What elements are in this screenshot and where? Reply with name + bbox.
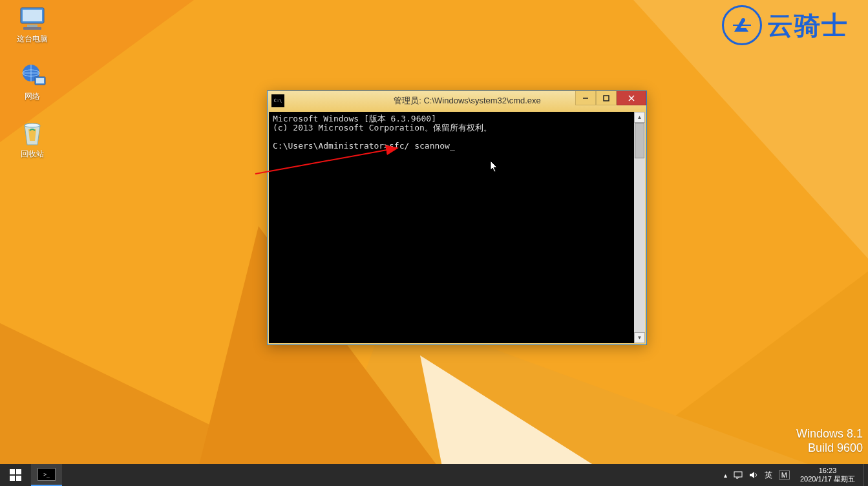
brand-text: 云骑士 (767, 8, 849, 43)
cmd-prompt: C:\Users\Administrator> (273, 141, 389, 151)
cmd-command: sfc/ scannow (389, 141, 450, 151)
show-desktop-button[interactable] (863, 464, 868, 486)
svg-rect-11 (23, 27, 41, 30)
cmd-app-icon (271, 94, 284, 107)
window-controls (575, 91, 646, 105)
close-button[interactable] (617, 91, 646, 105)
scroll-down-button[interactable]: ▼ (634, 332, 645, 343)
minimize-button[interactable] (575, 91, 596, 105)
svg-rect-24 (10, 469, 15, 474)
cmd-line: Microsoft Windows [版本 6.3.9600] (273, 114, 436, 123)
svg-rect-27 (16, 476, 21, 481)
cmd-window[interactable]: 管理员: C:\Windows\system32\cmd.exe Microso… (267, 90, 647, 345)
scroll-track[interactable] (634, 123, 645, 332)
watermark-line1: Windows 8.1 (796, 427, 863, 441)
computer-icon (17, 5, 48, 32)
desktop-icon-label: 这台电脑 (17, 34, 48, 45)
tray-date: 2020/1/17 星期五 (800, 475, 855, 483)
desktop-icon-network[interactable]: 网络 (8, 63, 57, 102)
svg-point-17 (741, 18, 745, 22)
cmd-client-area[interactable]: Microsoft Windows [版本 6.3.9600] (c) 2013… (269, 112, 645, 343)
svg-rect-28 (734, 472, 742, 477)
scroll-thumb[interactable] (635, 123, 644, 158)
scroll-up-button[interactable]: ▲ (634, 112, 645, 123)
desktop-icon-recycle-bin[interactable]: 回收站 (8, 120, 57, 160)
desktop-icon-label: 回收站 (21, 149, 44, 160)
svg-rect-15 (36, 78, 44, 83)
svg-rect-19 (604, 96, 609, 101)
window-titlebar[interactable]: 管理员: C:\Windows\system32\cmd.exe (268, 91, 646, 111)
svg-rect-25 (16, 469, 21, 474)
start-button[interactable] (0, 464, 31, 486)
desktop-icon-label: 网络 (25, 91, 40, 102)
scrollbar[interactable]: ▲ ▼ (634, 112, 645, 343)
cmd-cursor (450, 141, 455, 151)
taskbar-item-cmd[interactable] (31, 464, 62, 486)
tray-overflow-icon[interactable]: ▴ (724, 472, 727, 479)
tray-time: 16:23 (800, 467, 855, 475)
svg-rect-26 (10, 476, 15, 481)
desktop-icons: 这台电脑 网络 回收站 (8, 5, 57, 160)
network-icon (17, 63, 48, 90)
desktop-icon-this-pc[interactable]: 这台电脑 (8, 5, 57, 45)
svg-rect-9 (23, 10, 42, 21)
system-tray: ▴ 英 M 16:23 2020/1/17 星期五 (720, 464, 863, 486)
cmd-line: (c) 2013 Microsoft Corporation。保留所有权利。 (273, 123, 492, 132)
watermark-line2: Build 9600 (796, 441, 863, 455)
tray-clock[interactable]: 16:23 2020/1/17 星期五 (796, 465, 859, 485)
windows-watermark: Windows 8.1 Build 9600 (796, 427, 863, 455)
volume-icon[interactable] (749, 470, 758, 480)
tray-language[interactable]: 英 (765, 470, 772, 481)
svg-rect-10 (27, 25, 37, 27)
svg-point-16 (25, 123, 40, 127)
tray-ime[interactable]: M (779, 470, 790, 480)
taskbar[interactable]: ▴ 英 M 16:23 2020/1/17 星期五 (0, 464, 868, 486)
brand-emblem-icon (722, 5, 762, 45)
brand-logo: 云骑士 (722, 5, 849, 45)
windows-logo-icon (9, 469, 22, 481)
maximize-button[interactable] (596, 91, 617, 105)
action-center-icon[interactable] (734, 470, 743, 480)
recycle-bin-icon (17, 120, 48, 147)
cmd-output[interactable]: Microsoft Windows [版本 6.3.9600] (c) 2013… (269, 112, 634, 343)
cmd-taskbar-icon (37, 468, 56, 481)
